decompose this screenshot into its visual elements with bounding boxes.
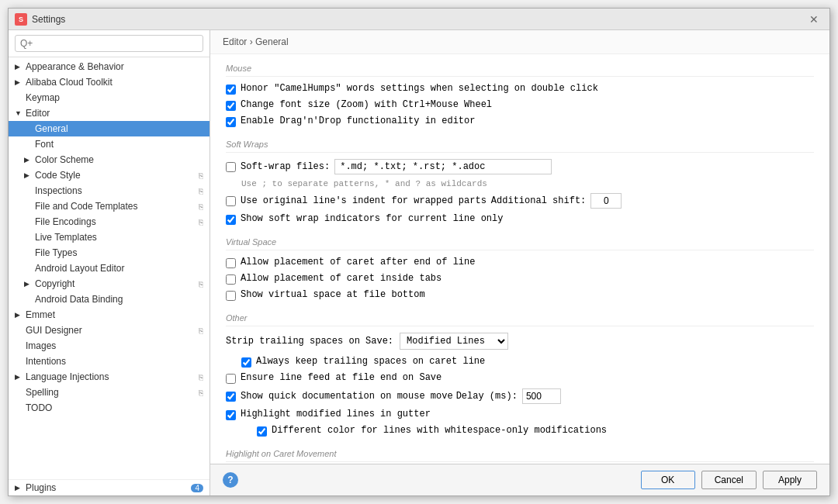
- sidebar-item-gui-designer[interactable]: GUI Designer⎘: [9, 323, 210, 338]
- soft-wraps-header: Soft Wraps: [226, 140, 814, 153]
- sidebar-label: File and Code Templates: [35, 201, 138, 212]
- arrow-icon: ▶: [24, 156, 33, 164]
- copy-icon: ⎘: [199, 187, 203, 195]
- copy-icon: ⎘: [199, 280, 203, 288]
- ensure-linefeed-checkbox[interactable]: [226, 374, 236, 384]
- sidebar-item-android-data[interactable]: Android Data Binding: [9, 292, 210, 307]
- sidebar-item-file-code-templates[interactable]: File and Code Templates⎘: [9, 198, 210, 214]
- sidebar-item-language-injections[interactable]: ▶Language Injections⎘: [9, 369, 210, 385]
- strip-spaces-row: Strip trailing spaces on Save: Modified …: [226, 333, 814, 350]
- drag-drop-label: Enable Drag'n'Drop functionality in edit…: [241, 116, 475, 126]
- sidebar-item-inspections[interactable]: Inspections⎘: [9, 183, 210, 198]
- sidebar-label: Inspections: [35, 185, 82, 196]
- camel-humps-checkbox[interactable]: [226, 85, 236, 95]
- sidebar-label: Editor: [26, 108, 50, 119]
- drag-drop-checkbox[interactable]: [226, 117, 236, 127]
- help-button[interactable]: ?: [223, 472, 238, 488]
- plugins-badge: 4: [191, 484, 203, 492]
- sidebar-item-file-encodings[interactable]: File Encodings⎘: [9, 214, 210, 230]
- different-color-checkbox[interactable]: [257, 426, 267, 437]
- different-color-row: Different color for lines with whitespac…: [226, 425, 814, 437]
- copy-icon: ⎘: [199, 171, 203, 180]
- sidebar-item-intentions[interactable]: Intentions: [9, 354, 210, 369]
- sidebar-label: Alibaba Cloud Toolkit: [26, 77, 113, 88]
- search-input[interactable]: [15, 35, 203, 52]
- button-bar: ? OK Cancel Apply: [210, 464, 829, 495]
- sidebar-item-editor[interactable]: ▼Editor: [9, 105, 210, 121]
- show-indicators-checkbox[interactable]: [226, 215, 236, 225]
- font-zoom-checkbox[interactable]: [226, 101, 236, 111]
- plugins-label: Plugins: [26, 482, 56, 493]
- caret-end-checkbox[interactable]: [226, 258, 236, 268]
- drag-drop-row: Enable Drag'n'Drop functionality in edit…: [226, 116, 814, 127]
- sidebar-item-spelling[interactable]: Spelling⎘: [9, 385, 210, 400]
- apply-button[interactable]: Apply: [763, 471, 817, 489]
- indent-wrap-row: Use original line's indent for wrapped p…: [226, 193, 814, 209]
- sidebar-label: Emmet: [26, 309, 55, 320]
- soft-wrap-checkbox[interactable]: [226, 162, 236, 172]
- sidebar-item-plugins[interactable]: ▶ Plugins 4: [9, 479, 210, 495]
- settings-content: Mouse Honor "CamelHumps" words settings …: [210, 54, 829, 464]
- arrow-icon: ▶: [15, 484, 24, 492]
- copy-icon: ⎘: [199, 373, 203, 381]
- arrow-icon: ▶: [15, 311, 24, 319]
- highlight-modified-checkbox[interactable]: [226, 410, 236, 420]
- sidebar-label: Spelling: [26, 387, 59, 398]
- caret-end-row: Allow placement of caret after end of li…: [226, 257, 814, 268]
- sidebar-item-alibaba[interactable]: ▶Alibaba Cloud Toolkit: [9, 74, 210, 90]
- caret-tabs-checkbox[interactable]: [226, 274, 236, 285]
- sidebar-label: GUI Designer: [26, 325, 82, 336]
- sidebar-label: Live Templates: [35, 232, 97, 243]
- sidebar-label: Intentions: [26, 356, 66, 367]
- indent-wrap-checkbox[interactable]: [226, 196, 236, 206]
- virtual-bottom-label: Show virtual space at file bottom: [241, 289, 425, 300]
- sidebar-item-copyright[interactable]: ▶Copyright⎘: [9, 276, 210, 292]
- copy-icon: ⎘: [199, 218, 203, 226]
- mouse-section: Mouse Honor "CamelHumps" words settings …: [226, 64, 814, 127]
- sidebar-item-appearance[interactable]: ▶Appearance & Behavior: [9, 59, 210, 74]
- quick-doc-checkbox[interactable]: [226, 392, 236, 402]
- indent-shift-input[interactable]: [590, 193, 622, 209]
- sidebar-item-general[interactable]: General: [9, 121, 210, 136]
- sidebar-item-images[interactable]: Images: [9, 338, 210, 354]
- sidebar-label: Android Data Binding: [35, 294, 123, 305]
- sidebar-item-color-scheme[interactable]: ▶Color Scheme: [9, 152, 210, 167]
- delay-input[interactable]: [522, 388, 561, 404]
- sidebar-label: File Encodings: [35, 216, 96, 227]
- sidebar-item-keymap[interactable]: Keymap: [9, 90, 210, 105]
- sidebar-item-emmet[interactable]: ▶Emmet: [9, 307, 210, 323]
- sidebar-item-font[interactable]: Font: [9, 136, 210, 152]
- sidebar: ▶Appearance & Behavior▶Alibaba Cloud Too…: [9, 30, 210, 495]
- virtual-space-header: Virtual Space: [226, 237, 814, 250]
- virtual-bottom-row: Show virtual space at file bottom: [226, 289, 814, 301]
- sidebar-label: Android Layout Editor: [35, 263, 124, 274]
- sidebar-label: TODO: [26, 402, 52, 413]
- soft-wraps-section: Soft Wraps Soft-wrap files: Use ; to sep…: [226, 140, 814, 225]
- highlight-modified-label: Highlight modified lines in gutter: [241, 409, 431, 419]
- arrow-icon: ▶: [24, 280, 33, 288]
- cancel-button[interactable]: Cancel: [701, 471, 757, 489]
- strip-dropdown[interactable]: Modified Lines None All: [400, 333, 508, 350]
- show-indicators-row: Show soft wrap indicators for current li…: [226, 213, 814, 225]
- close-button[interactable]: ✕: [805, 12, 823, 27]
- sidebar-label: Copyright: [35, 278, 74, 289]
- sidebar-label: Appearance & Behavior: [26, 61, 124, 72]
- sidebar-label: Language Injections: [26, 371, 109, 382]
- sidebar-item-live-templates[interactable]: Live Templates: [9, 230, 210, 245]
- sidebar-label: Keymap: [26, 92, 60, 103]
- sidebar-item-file-types[interactable]: File Types: [9, 245, 210, 261]
- app-icon: S: [15, 13, 27, 26]
- show-indicators-label: Show soft wrap indicators for current li…: [241, 213, 503, 224]
- caret-end-label: Allow placement of caret after end of li…: [241, 257, 475, 268]
- sidebar-item-android-layout[interactable]: Android Layout Editor: [9, 261, 210, 276]
- sidebar-item-code-style[interactable]: ▶Code Style⎘: [9, 167, 210, 183]
- soft-wrap-files-row: Soft-wrap files:: [226, 159, 814, 174]
- title-bar: S Settings ✕: [9, 9, 829, 30]
- camel-humps-label: Honor "CamelHumps" words settings when s…: [241, 83, 598, 94]
- keep-trailing-checkbox[interactable]: [241, 357, 251, 368]
- soft-wrap-input[interactable]: [334, 159, 552, 174]
- ok-button[interactable]: OK: [641, 471, 695, 489]
- virtual-bottom-checkbox[interactable]: [226, 291, 236, 301]
- sidebar-item-todo[interactable]: TODO: [9, 400, 210, 416]
- highlight-modified-row: Highlight modified lines in gutter: [226, 409, 814, 420]
